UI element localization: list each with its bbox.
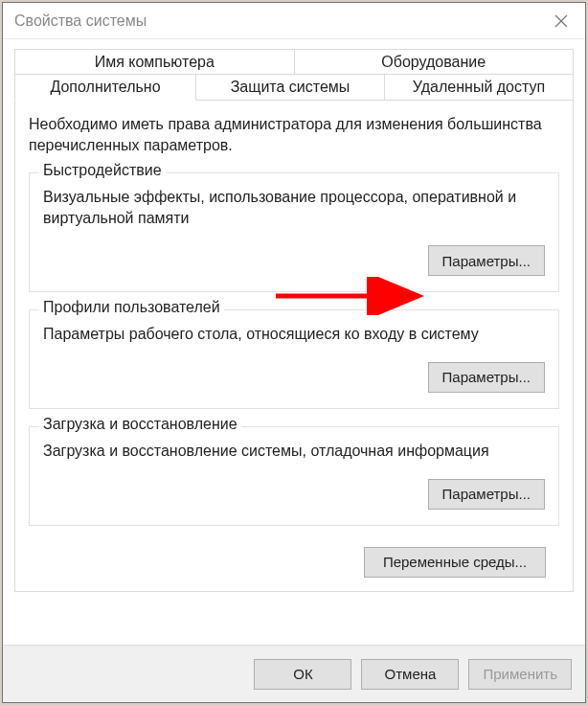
tab-row-2: Дополнительно Защита системы Удаленный д… (14, 74, 574, 101)
window-title: Свойства системы (14, 12, 147, 30)
close-icon (554, 14, 568, 28)
tab-remote[interactable]: Удаленный доступ (385, 74, 574, 101)
group-user-profiles-legend: Профили пользователей (39, 299, 224, 316)
dialog-footer: ОК Отмена Применить (3, 645, 585, 702)
apply-button[interactable]: Применить (468, 659, 572, 690)
cancel-button[interactable]: Отмена (361, 659, 459, 690)
group-user-profiles: Профили пользователей Параметры рабочего… (29, 309, 559, 409)
group-user-profiles-desc: Параметры рабочего стола, относящиеся ко… (43, 324, 545, 345)
intro-text: Необходимо иметь права администратора дл… (29, 114, 559, 155)
user-profiles-settings-button[interactable]: Параметры... (428, 362, 545, 393)
titlebar: Свойства системы (3, 3, 585, 39)
tab-system-protection[interactable]: Защита системы (196, 74, 385, 101)
tab-row-1: Имя компьютера Оборудование (14, 49, 574, 75)
group-performance-legend: Быстродействие (39, 162, 166, 179)
group-performance: Быстродействие Визуальные эффекты, испол… (29, 172, 559, 292)
group-startup-recovery-desc: Загрузка и восстановление системы, отлад… (43, 441, 545, 462)
group-startup-recovery-legend: Загрузка и восстановление (39, 416, 241, 433)
group-performance-desc: Визуальные эффекты, использование процес… (43, 187, 545, 228)
dialog-body: Имя компьютера Оборудование Дополнительн… (3, 39, 585, 645)
tab-advanced[interactable]: Дополнительно (14, 74, 196, 101)
environment-variables-row: Переменные среды... (29, 547, 559, 578)
close-button[interactable] (537, 3, 585, 39)
startup-recovery-settings-button[interactable]: Параметры... (428, 479, 545, 510)
tab-computer-name[interactable]: Имя компьютера (14, 49, 295, 75)
system-properties-window: Свойства системы Имя компьютера Оборудов… (2, 2, 586, 703)
environment-variables-button[interactable]: Переменные среды... (364, 547, 546, 578)
tab-hardware[interactable]: Оборудование (295, 49, 575, 75)
tab-panel-advanced: Необходимо иметь права администратора дл… (14, 101, 574, 592)
performance-settings-button[interactable]: Параметры... (428, 245, 545, 276)
ok-button[interactable]: ОК (254, 659, 351, 690)
group-startup-recovery: Загрузка и восстановление Загрузка и вос… (29, 426, 559, 526)
